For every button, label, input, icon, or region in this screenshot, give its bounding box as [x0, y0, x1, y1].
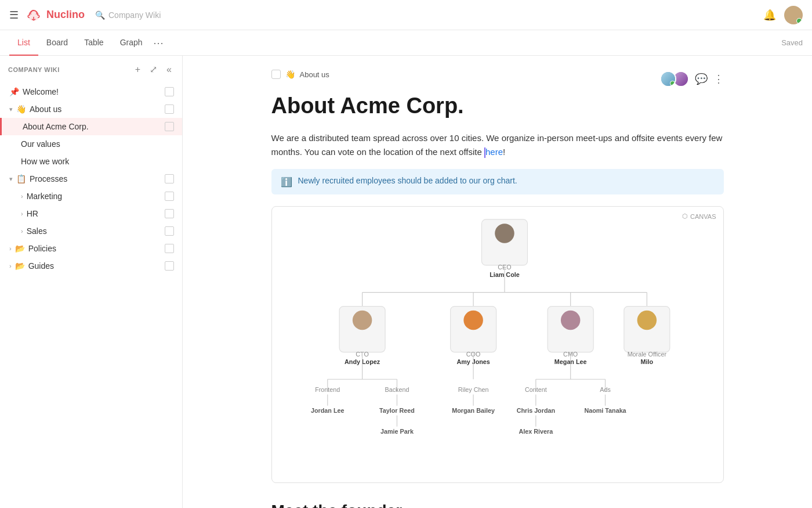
sidebar-item-label: About us: [30, 105, 161, 114]
info-text: Newly recruited employees should be adde…: [298, 176, 517, 185]
sidebar-item-policies[interactable]: › 📂 Policies: [0, 240, 182, 257]
svg-text:Naomi Tanaka: Naomi Tanaka: [584, 407, 626, 414]
collaborator-avatars: [660, 71, 689, 87]
svg-text:Alex Rivera: Alex Rivera: [519, 428, 553, 435]
meet-founder-heading: Meet the founder: [271, 502, 724, 508]
comment-icon[interactable]: 💬: [695, 73, 708, 85]
content-actions: 💬 ⋮: [660, 71, 724, 87]
search-icon: 🔍: [95, 10, 105, 20]
sidebar-item-guides[interactable]: › 📂 Guides: [0, 257, 182, 275]
breadcrumb-checkbox: [271, 70, 281, 79]
sidebar-item-processes[interactable]: ▾ 📋 Processes: [0, 170, 182, 188]
chevron-right-icon: ›: [9, 262, 12, 269]
folder-icon: 📂: [15, 261, 25, 271]
sidebar-item-about-acme[interactable]: About Acme Corp.: [0, 118, 182, 135]
item-checkbox: [165, 174, 174, 183]
item-checkbox: [165, 192, 174, 201]
svg-text:Morgan Bailey: Morgan Bailey: [452, 407, 495, 414]
page-body-text: We are a distributed team spread across …: [271, 131, 724, 160]
chevron-down-icon: ▾: [9, 106, 13, 113]
svg-text:Jordan Lee: Jordan Lee: [311, 407, 344, 414]
search-text: Company Wiki: [108, 10, 161, 20]
sidebar-header: COMPANY WIKI + ⤢ «: [0, 56, 182, 83]
svg-text:Riley Chen: Riley Chen: [458, 386, 488, 393]
item-checkbox: [165, 87, 174, 96]
topbar-right: 🔔: [763, 6, 803, 24]
logo: Nuclino: [24, 6, 85, 24]
sidebar-item-our-values[interactable]: Our values: [0, 135, 182, 153]
svg-text:Morale Officer: Morale Officer: [627, 351, 666, 358]
breadcrumb-emoji: 👋: [285, 70, 295, 79]
sidebar-item-label: Our values: [21, 139, 174, 149]
add-item-button[interactable]: +: [133, 63, 143, 76]
sidebar-item-label: Sales: [27, 226, 161, 236]
search-bar[interactable]: 🔍 Company Wiki: [95, 10, 161, 20]
more-options-icon[interactable]: ⋮: [713, 73, 724, 85]
breadcrumb-text: About us: [300, 70, 329, 79]
svg-text:Backend: Backend: [385, 386, 409, 393]
item-checkbox: [165, 122, 174, 131]
sidebar-item-label: About Acme Corp.: [23, 122, 161, 131]
item-checkbox: [165, 105, 174, 114]
item-checkbox: [165, 226, 174, 236]
brain-icon: [24, 6, 43, 24]
topbar: ☰ Nuclino 🔍 Company Wiki 🔔: [0, 0, 812, 30]
sidebar-item-about-us[interactable]: ▾ 👋 About us: [0, 100, 182, 118]
tab-table[interactable]: Table: [76, 30, 111, 56]
svg-text:Taylor Reed: Taylor Reed: [379, 407, 415, 414]
svg-text:Frontend: Frontend: [315, 386, 340, 393]
info-icon: ℹ️: [281, 176, 292, 188]
hamburger-icon[interactable]: ☰: [9, 9, 19, 21]
main-layout: COMPANY WIKI + ⤢ « 📌 Welcome! ▾ 👋 About …: [0, 56, 812, 508]
item-checkbox: [165, 261, 174, 271]
tabbar: List Board Table Graph ⋯ Saved: [0, 30, 812, 56]
canvas-icon: ⬡: [682, 212, 688, 220]
svg-text:Content: Content: [524, 386, 546, 393]
svg-point-12: [352, 311, 372, 330]
app-name: Nuclino: [46, 9, 85, 21]
sidebar-item-label: HR: [27, 209, 161, 218]
sidebar-item-label: Policies: [28, 244, 161, 253]
page-title: About Acme Corp.: [271, 93, 724, 120]
sidebar-item-how-we-work[interactable]: How we work: [0, 153, 182, 170]
clipboard-icon: 📋: [16, 174, 26, 183]
svg-text:Chris Jordan: Chris Jordan: [516, 407, 554, 414]
sidebar-item-hr[interactable]: › HR: [0, 205, 182, 222]
collapse-sidebar-button[interactable]: «: [164, 63, 174, 76]
svg-point-24: [637, 311, 657, 330]
content-inner: 👋 About us 💬 ⋮: [248, 56, 747, 508]
item-checkbox: [165, 209, 174, 218]
svg-point-2: [495, 224, 514, 243]
sidebar-item-welcome[interactable]: 📌 Welcome!: [0, 83, 182, 100]
saved-label: Saved: [781, 38, 803, 47]
topbar-left: ☰ Nuclino 🔍 Company Wiki: [9, 6, 161, 24]
canvas-container[interactable]: ⬡ CANVAS CEO Liam Cole: [271, 206, 724, 483]
tab-more-icon[interactable]: ⋯: [153, 37, 164, 49]
tab-list[interactable]: List: [9, 30, 38, 56]
user-avatar[interactable]: [784, 6, 803, 24]
chevron-right-icon: ›: [9, 245, 12, 252]
chevron-right-icon: ›: [21, 193, 23, 200]
sidebar-item-label: Processes: [30, 174, 161, 183]
sidebar-item-marketing[interactable]: › Marketing: [0, 188, 182, 205]
tab-board[interactable]: Board: [38, 30, 76, 56]
canvas-label: ⬡ CANVAS: [682, 212, 716, 220]
sidebar: COMPANY WIKI + ⤢ « 📌 Welcome! ▾ 👋 About …: [0, 56, 183, 508]
bell-icon[interactable]: 🔔: [763, 9, 776, 21]
breadcrumb: 👋 About us: [271, 70, 329, 79]
wave-icon: 👋: [16, 105, 26, 114]
sidebar-item-label: Welcome!: [23, 87, 161, 96]
collaborator-avatar-1: [660, 71, 676, 87]
expand-button[interactable]: ⤢: [147, 63, 160, 76]
here-link[interactable]: here: [485, 147, 503, 157]
chevron-right-icon: ›: [21, 228, 23, 235]
sidebar-item-sales[interactable]: › Sales: [0, 222, 182, 240]
svg-text:Jamie Park: Jamie Park: [380, 428, 414, 435]
content-top-bar: 👋 About us 💬 ⋮: [271, 70, 724, 88]
pin-icon: 📌: [9, 87, 19, 96]
svg-text:Milo: Milo: [640, 358, 653, 365]
item-checkbox: [165, 244, 174, 253]
content-area: 👋 About us 💬 ⋮: [183, 56, 812, 508]
chevron-right-icon: ›: [21, 210, 23, 217]
tab-graph[interactable]: Graph: [112, 30, 151, 56]
